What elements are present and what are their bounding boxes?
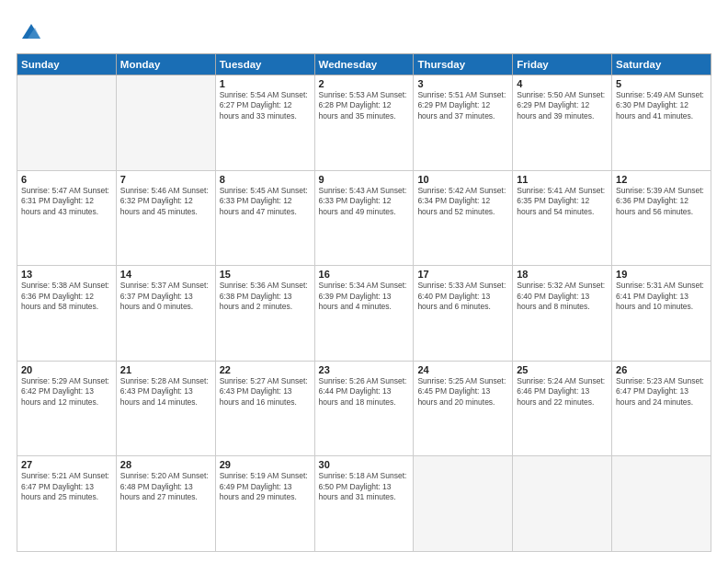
calendar-cell: 21Sunrise: 5:28 AM Sunset: 6:43 PM Dayli… [116,361,215,456]
day-number: 20 [21,364,112,375]
calendar-cell: 18Sunrise: 5:32 AM Sunset: 6:40 PM Dayli… [513,266,612,362]
calendar-cell: 23Sunrise: 5:26 AM Sunset: 6:44 PM Dayli… [314,361,414,456]
day-number: 18 [517,269,608,280]
calendar-cell: 1Sunrise: 5:54 AM Sunset: 6:27 PM Daylig… [215,75,314,171]
col-header-wednesday: Wednesday [314,54,414,75]
day-info: Sunrise: 5:20 AM Sunset: 6:48 PM Dayligh… [120,471,211,502]
day-info: Sunrise: 5:21 AM Sunset: 6:47 PM Dayligh… [21,471,112,502]
calendar-cell: 8Sunrise: 5:45 AM Sunset: 6:33 PM Daylig… [215,170,314,266]
day-number: 12 [616,174,707,185]
day-number: 21 [120,364,211,375]
day-info: Sunrise: 5:53 AM Sunset: 6:28 PM Dayligh… [319,90,410,121]
calendar-cell [116,75,215,171]
calendar-cell [17,75,117,171]
day-info: Sunrise: 5:43 AM Sunset: 6:33 PM Dayligh… [319,186,410,217]
col-header-sunday: Sunday [17,54,117,75]
calendar-cell: 2Sunrise: 5:53 AM Sunset: 6:28 PM Daylig… [314,75,414,171]
day-info: Sunrise: 5:19 AM Sunset: 6:49 PM Dayligh… [220,471,311,502]
day-info: Sunrise: 5:42 AM Sunset: 6:34 PM Dayligh… [417,186,508,217]
day-info: Sunrise: 5:27 AM Sunset: 6:43 PM Dayligh… [220,376,311,408]
day-number: 17 [417,269,508,280]
calendar-cell: 30Sunrise: 5:18 AM Sunset: 6:50 PM Dayli… [314,456,414,552]
calendar-cell: 7Sunrise: 5:46 AM Sunset: 6:32 PM Daylig… [116,170,215,266]
calendar-cell: 22Sunrise: 5:27 AM Sunset: 6:43 PM Dayli… [215,361,314,456]
calendar-cell: 4Sunrise: 5:50 AM Sunset: 6:29 PM Daylig… [513,75,612,171]
day-info: Sunrise: 5:51 AM Sunset: 6:29 PM Dayligh… [417,90,508,121]
day-number: 27 [21,459,112,470]
week-row-1: 1Sunrise: 5:54 AM Sunset: 6:27 PM Daylig… [17,75,711,171]
col-header-friday: Friday [513,54,612,75]
day-info: Sunrise: 5:36 AM Sunset: 6:38 PM Dayligh… [220,281,311,312]
day-number: 2 [319,78,410,89]
calendar-cell: 9Sunrise: 5:43 AM Sunset: 6:33 PM Daylig… [314,170,414,266]
day-info: Sunrise: 5:38 AM Sunset: 6:36 PM Dayligh… [21,281,112,312]
day-number: 15 [220,269,311,280]
calendar-cell [513,456,612,552]
col-header-tuesday: Tuesday [215,54,314,75]
calendar-cell: 26Sunrise: 5:23 AM Sunset: 6:47 PM Dayli… [612,361,711,456]
col-header-monday: Monday [116,54,215,75]
day-info: Sunrise: 5:28 AM Sunset: 6:43 PM Dayligh… [120,376,211,408]
header [17,17,711,44]
calendar-cell: 5Sunrise: 5:49 AM Sunset: 6:30 PM Daylig… [612,75,711,171]
day-number: 7 [120,174,211,185]
calendar-cell: 20Sunrise: 5:29 AM Sunset: 6:42 PM Dayli… [17,361,117,456]
day-info: Sunrise: 5:49 AM Sunset: 6:30 PM Dayligh… [616,90,707,121]
day-info: Sunrise: 5:26 AM Sunset: 6:44 PM Dayligh… [319,376,410,408]
col-header-saturday: Saturday [612,54,711,75]
day-number: 5 [616,78,707,89]
day-number: 23 [319,364,410,375]
week-row-3: 13Sunrise: 5:38 AM Sunset: 6:36 PM Dayli… [17,266,711,362]
day-number: 14 [120,269,211,280]
day-number: 8 [220,174,311,185]
day-number: 30 [319,459,410,470]
day-number: 16 [319,269,410,280]
day-info: Sunrise: 5:47 AM Sunset: 6:31 PM Dayligh… [21,186,112,217]
day-number: 10 [417,174,508,185]
day-info: Sunrise: 5:54 AM Sunset: 6:27 PM Dayligh… [220,90,311,121]
day-number: 9 [319,174,410,185]
calendar-cell: 10Sunrise: 5:42 AM Sunset: 6:34 PM Dayli… [414,170,513,266]
day-number: 11 [517,174,608,185]
day-info: Sunrise: 5:25 AM Sunset: 6:45 PM Dayligh… [417,376,508,408]
day-info: Sunrise: 5:24 AM Sunset: 6:46 PM Dayligh… [517,376,608,408]
calendar-cell: 13Sunrise: 5:38 AM Sunset: 6:36 PM Dayli… [17,266,117,362]
calendar-cell: 12Sunrise: 5:39 AM Sunset: 6:36 PM Dayli… [612,170,711,266]
calendar-cell: 3Sunrise: 5:51 AM Sunset: 6:29 PM Daylig… [414,75,513,171]
calendar-cell [414,456,513,552]
day-number: 29 [220,459,311,470]
col-header-thursday: Thursday [414,54,513,75]
day-info: Sunrise: 5:31 AM Sunset: 6:41 PM Dayligh… [616,281,707,312]
day-info: Sunrise: 5:34 AM Sunset: 6:39 PM Dayligh… [319,281,410,312]
calendar-cell: 15Sunrise: 5:36 AM Sunset: 6:38 PM Dayli… [215,266,314,362]
logo [17,17,44,44]
day-number: 24 [417,364,508,375]
day-info: Sunrise: 5:50 AM Sunset: 6:29 PM Dayligh… [517,90,608,121]
day-info: Sunrise: 5:41 AM Sunset: 6:35 PM Dayligh… [517,186,608,217]
day-info: Sunrise: 5:33 AM Sunset: 6:40 PM Dayligh… [417,281,508,312]
calendar-table: SundayMondayTuesdayWednesdayThursdayFrid… [17,53,711,552]
calendar-cell [612,456,711,552]
calendar-cell: 25Sunrise: 5:24 AM Sunset: 6:46 PM Dayli… [513,361,612,456]
calendar-cell: 11Sunrise: 5:41 AM Sunset: 6:35 PM Dayli… [513,170,612,266]
calendar-cell: 14Sunrise: 5:37 AM Sunset: 6:37 PM Dayli… [116,266,215,362]
calendar-cell: 27Sunrise: 5:21 AM Sunset: 6:47 PM Dayli… [17,456,117,552]
logo-icon [18,18,44,44]
calendar-cell: 28Sunrise: 5:20 AM Sunset: 6:48 PM Dayli… [116,456,215,552]
calendar-cell: 24Sunrise: 5:25 AM Sunset: 6:45 PM Dayli… [414,361,513,456]
day-info: Sunrise: 5:23 AM Sunset: 6:47 PM Dayligh… [616,376,707,408]
day-number: 3 [417,78,508,89]
week-row-5: 27Sunrise: 5:21 AM Sunset: 6:47 PM Dayli… [17,456,711,552]
day-info: Sunrise: 5:46 AM Sunset: 6:32 PM Dayligh… [120,186,211,217]
day-number: 28 [120,459,211,470]
calendar-cell: 29Sunrise: 5:19 AM Sunset: 6:49 PM Dayli… [215,456,314,552]
day-number: 25 [517,364,608,375]
day-number: 1 [220,78,311,89]
day-info: Sunrise: 5:32 AM Sunset: 6:40 PM Dayligh… [517,281,608,312]
calendar-cell: 6Sunrise: 5:47 AM Sunset: 6:31 PM Daylig… [17,170,117,266]
header-row: SundayMondayTuesdayWednesdayThursdayFrid… [17,54,711,75]
week-row-2: 6Sunrise: 5:47 AM Sunset: 6:31 PM Daylig… [17,170,711,266]
day-number: 19 [616,269,707,280]
week-row-4: 20Sunrise: 5:29 AM Sunset: 6:42 PM Dayli… [17,361,711,456]
calendar-cell: 16Sunrise: 5:34 AM Sunset: 6:39 PM Dayli… [314,266,414,362]
